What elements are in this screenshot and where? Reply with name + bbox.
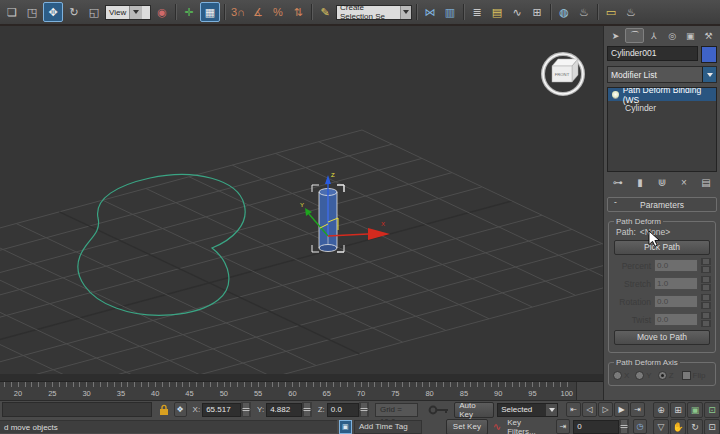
modifier-list-arrow-icon[interactable] — [702, 67, 716, 82]
material-editor-icon[interactable]: ◍ — [555, 3, 573, 21]
play-button[interactable]: ▷ — [598, 402, 613, 417]
zoom-extents-icon[interactable]: ▣ — [687, 402, 703, 418]
previous-frame-button[interactable]: ◁ — [582, 402, 597, 417]
tab-motion[interactable]: ◎ — [664, 28, 681, 43]
tab-utilities[interactable]: ⚒ — [700, 28, 717, 43]
path-label: Path: — [616, 227, 636, 237]
rotation-spinner-field[interactable]: 0.0 — [654, 295, 698, 308]
select-and-manipulate-icon[interactable]: ✛ — [180, 3, 198, 21]
go-to-end-button[interactable]: ⇥ — [630, 402, 645, 417]
set-key-button[interactable]: Set Key — [446, 419, 488, 434]
maximize-viewport-toggle-icon[interactable]: ⊡ — [704, 419, 720, 434]
field-of-view-icon[interactable]: ▽ — [653, 419, 669, 434]
collapse-icon[interactable]: - — [614, 197, 617, 207]
x-coordinate-field[interactable]: 65.517 — [202, 403, 241, 417]
twist-spinner-field[interactable]: 0.0 — [654, 313, 698, 326]
key-mode-toggle-icon[interactable]: ⇥ — [556, 419, 570, 434]
time-configuration-icon[interactable]: ◷ — [633, 419, 647, 434]
edit-named-selection-sets-icon[interactable]: ✎ — [316, 3, 334, 21]
modifier-stack-row[interactable]: Path Deform Binding (WS — [608, 88, 716, 101]
tab-hierarchy[interactable]: ⅄ — [645, 28, 662, 43]
object-name-field[interactable]: Cylinder001 — [607, 46, 698, 61]
zoom-extents-all-icon[interactable]: ⊡ — [704, 402, 720, 418]
z-coordinate-field[interactable]: 0.0 — [327, 403, 359, 417]
auto-key-button[interactable]: Auto Key — [454, 402, 494, 418]
angle-snap-icon[interactable]: ∡ — [249, 3, 267, 21]
pin-stack-icon[interactable]: ⊶ — [612, 177, 624, 188]
select-and-scale-icon[interactable]: ◱ — [85, 3, 103, 21]
add-time-tag-field[interactable]: Add Time Tag — [354, 420, 422, 434]
render-setup-icon[interactable]: ♨ — [575, 3, 593, 21]
tab-create[interactable]: ➤ — [607, 28, 624, 43]
viewcube[interactable]: FRONT — [543, 54, 583, 94]
use-pivot-point-center-icon[interactable]: ◉ — [153, 3, 171, 21]
default-key-tangent-icon[interactable]: ∿ — [493, 421, 501, 432]
window-crossing-selection-icon[interactable]: ◳ — [23, 3, 41, 21]
axis-z-radio[interactable] — [658, 371, 667, 380]
move-to-path-button[interactable]: Move to Path — [614, 330, 710, 345]
parameters-rollout-header[interactable]: - Parameters — [607, 197, 717, 212]
remove-modifier-icon[interactable]: × — [678, 177, 690, 188]
stretch-spinner-field[interactable]: 1.0 — [654, 277, 698, 290]
timeline-tick — [553, 382, 554, 387]
selection-lock-icon[interactable] — [159, 404, 167, 416]
tab-modify[interactable]: ⌒ — [625, 28, 644, 43]
zoom-all-icon[interactable]: ⊞ — [670, 402, 686, 418]
snaps-toggle-3d-icon[interactable]: 3∩ — [229, 3, 247, 21]
pan-icon[interactable]: ✋ — [670, 419, 686, 434]
dropdown-arrow-icon[interactable] — [546, 404, 557, 416]
timeline-tick — [340, 382, 341, 387]
maxscript-mini-listener[interactable] — [2, 402, 152, 417]
curve-editor-icon[interactable]: ∿ — [508, 3, 526, 21]
axis-y-radio[interactable] — [635, 371, 644, 380]
select-and-move-icon[interactable]: ✥ — [43, 2, 63, 22]
named-selection-sets-dropdown[interactable]: Create Selection Se — [336, 5, 412, 20]
keyboard-shortcut-override-icon[interactable]: ▦ — [200, 2, 220, 22]
isolate-selection-toggle-icon[interactable]: ▣ — [339, 420, 352, 434]
stretch-spinner-arrows[interactable] — [701, 276, 711, 291]
schematic-view-icon[interactable]: ⊞ — [528, 3, 546, 21]
dropdown-arrow-icon[interactable] — [400, 6, 411, 19]
show-end-result-icon[interactable]: ▮ — [634, 177, 646, 188]
axis-x-radio[interactable] — [613, 371, 622, 380]
track-bar[interactable]: 20253035404550556065707580859095100 — [0, 374, 603, 400]
flip-checkbox[interactable] — [682, 371, 691, 380]
render-production-icon[interactable]: ♨ — [622, 3, 640, 21]
time-slider-track[interactable] — [0, 374, 603, 382]
percent-snap-icon[interactable]: % — [269, 3, 287, 21]
percent-spinner-arrows[interactable] — [701, 258, 711, 273]
mirror-icon[interactable]: ⋈ — [421, 3, 439, 21]
layer-manager-icon[interactable]: ≣ — [468, 3, 486, 21]
percent-spinner-field[interactable]: 0.0 — [654, 259, 698, 272]
y-coordinate-field[interactable]: 4.882 — [266, 403, 302, 417]
timeline-tick — [539, 382, 540, 387]
make-unique-icon[interactable]: ⋓ — [656, 177, 668, 188]
reference-coordinate-system-dropdown[interactable]: View — [105, 5, 151, 20]
configure-modifier-sets-icon[interactable]: ▤ — [700, 177, 712, 188]
wire-color-swatch[interactable] — [701, 46, 717, 63]
move-gizmo[interactable]: Z Y X — [300, 172, 390, 240]
zoom-icon[interactable]: ⊕ — [653, 402, 669, 418]
absolute-offset-mode-icon[interactable]: ❖ — [174, 402, 187, 417]
tab-display[interactable]: ▣ — [682, 28, 699, 43]
spinner-snap-icon[interactable]: ⇅ — [289, 3, 307, 21]
pick-path-button[interactable]: Pick Path — [614, 240, 710, 255]
scene-explorer-icon[interactable]: ▤ — [488, 3, 506, 21]
go-to-start-button[interactable]: ⇤ — [566, 402, 581, 417]
modifier-list-dropdown[interactable]: Modifier List — [607, 66, 717, 83]
rotation-spinner-arrows[interactable] — [701, 294, 711, 309]
current-frame-field[interactable]: 0 — [573, 420, 619, 434]
twist-spinner-arrows[interactable] — [701, 312, 711, 327]
key-filters-button[interactable]: Key Filters... — [507, 418, 549, 434]
next-frame-button[interactable]: ▶ — [614, 402, 629, 417]
dropdown-arrow-icon[interactable] — [129, 6, 142, 19]
rendered-frame-window-icon[interactable]: ▭ — [602, 3, 620, 21]
key-filter-set-dropdown[interactable]: Selected — [497, 403, 558, 417]
perspective-viewport[interactable]: Z Y X FRONT — [0, 26, 603, 374]
modifier-enabled-icon[interactable] — [612, 91, 619, 98]
orbit-icon[interactable]: ↻ — [687, 419, 703, 434]
align-icon[interactable]: ▥ — [441, 3, 459, 21]
select-and-rotate-icon[interactable]: ↻ — [65, 3, 83, 21]
timeline-ruler[interactable]: 20253035404550556065707580859095100 — [0, 382, 577, 400]
rectangular-selection-region-icon[interactable]: ❏ — [3, 3, 21, 21]
